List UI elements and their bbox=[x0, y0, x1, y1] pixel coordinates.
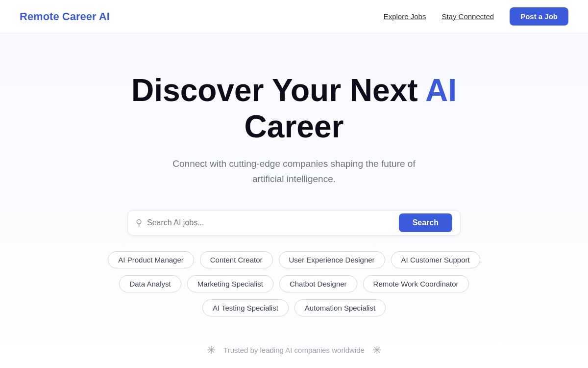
tag-remote-work-coordinator[interactable]: Remote Work Coordinator bbox=[363, 275, 469, 292]
tag-content-creator[interactable]: Content Creator bbox=[200, 251, 273, 268]
tag-chatbot-designer[interactable]: Chatbot Designer bbox=[279, 275, 357, 292]
tag-ai-customer-support[interactable]: AI Customer Support bbox=[391, 251, 480, 268]
nav-logo[interactable]: Remote Career AI bbox=[20, 10, 110, 23]
post-job-button[interactable]: Post a Job bbox=[510, 7, 568, 26]
search-input[interactable] bbox=[147, 210, 395, 235]
search-bar: ⚲ Search bbox=[127, 210, 461, 236]
trusted-bar: ✳ Trusted by leading AI companies worldw… bbox=[207, 344, 381, 357]
tags-row-1: AI Product Manager Content Creator User … bbox=[108, 251, 480, 268]
nav-link-explore[interactable]: Explore Jobs bbox=[384, 12, 426, 21]
trusted-label: Trusted by leading AI companies worldwid… bbox=[223, 346, 365, 354]
tag-data-analyst[interactable]: Data Analyst bbox=[119, 275, 181, 292]
search-icon: ⚲ bbox=[136, 217, 142, 228]
hero-title-part2: Career bbox=[245, 109, 344, 144]
nav-right: Explore Jobs Stay Connected Post a Job bbox=[384, 7, 568, 26]
tags-row-3: AI Testing Specialist Automation Special… bbox=[202, 299, 386, 316]
nav-link-connected[interactable]: Stay Connected bbox=[441, 12, 494, 21]
sparkle-left-icon: ✳ bbox=[207, 344, 216, 357]
hero-subtitle: Connect with cutting-edge companies shap… bbox=[157, 157, 431, 186]
search-button[interactable]: Search bbox=[399, 213, 452, 232]
hero-title-highlight: AI bbox=[425, 73, 457, 108]
sparkle-right-icon: ✳ bbox=[372, 344, 381, 357]
tag-ai-testing-specialist[interactable]: AI Testing Specialist bbox=[202, 299, 289, 316]
tag-automation-specialist[interactable]: Automation Specialist bbox=[294, 299, 386, 316]
tag-marketing-specialist[interactable]: Marketing Specialist bbox=[187, 275, 273, 292]
tag-ai-product-manager[interactable]: AI Product Manager bbox=[108, 251, 194, 268]
hero-title-part1: Discover Your Next bbox=[131, 73, 425, 108]
tags-section: AI Product Manager Content Creator User … bbox=[108, 251, 480, 316]
tag-ux-designer[interactable]: User Experience Designer bbox=[279, 251, 385, 268]
hero-title: Discover Your Next AICareer bbox=[131, 73, 457, 145]
hero-section: Discover Your Next AICareer Connect with… bbox=[0, 33, 588, 368]
navbar: Remote Career AI Explore Jobs Stay Conne… bbox=[0, 0, 588, 33]
tags-row-2: Data Analyst Marketing Specialist Chatbo… bbox=[119, 275, 468, 292]
